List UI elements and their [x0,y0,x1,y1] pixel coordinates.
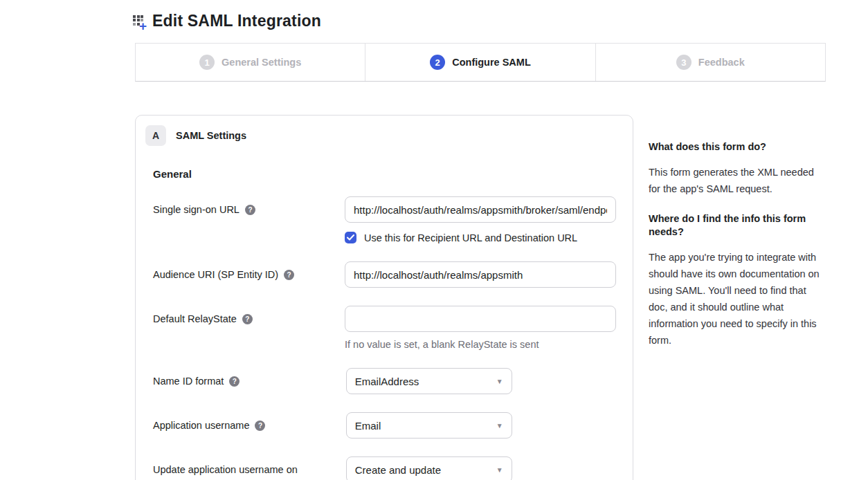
field-label: Single sign-on URL [153,204,239,215]
step-number: 1 [199,55,215,70]
relaystate-hint: If no value is set, a blank RelayState i… [345,339,616,350]
field-label: Application username [153,420,249,431]
field-row-name-id-format: Name ID format ? EmailAddress ▼ [153,368,616,394]
relaystate-input[interactable] [345,306,616,332]
selected-value: Email [355,420,381,432]
section-badge: A [145,125,166,146]
help-icon[interactable]: ? [284,270,294,280]
help-question-2: Where do I find the info this form needs… [649,212,827,239]
field-label: Audience URI (SP Entity ID) [153,269,278,280]
field-label: Name ID format [153,376,224,387]
field-label: Update application username on [153,464,298,475]
main-content: A SAML Settings General Single sign-on U… [135,115,868,480]
checkbox-checked-icon[interactable] [345,232,356,243]
name-id-format-select[interactable]: EmailAddress ▼ [346,368,512,394]
section-title: SAML Settings [176,130,246,141]
group-heading-general: General [153,168,616,180]
audience-uri-input[interactable] [345,261,616,288]
step-configure-saml[interactable]: 2 Configure SAML [365,44,595,81]
help-icon[interactable]: ? [245,205,255,215]
help-icon[interactable]: ? [229,376,239,387]
step-label: Configure SAML [452,57,531,68]
field-row-update-username: Update application username on Create an… [153,456,616,480]
selected-value: Create and update [355,464,441,476]
help-icon[interactable]: ? [242,314,253,324]
step-feedback[interactable]: 3 Feedback [596,44,825,81]
step-label: Feedback [698,57,745,68]
step-label: General Settings [221,57,301,68]
help-answer-2: The app you're trying to integrate with … [649,249,827,349]
wizard-steps: 1 General Settings 2 Configure SAML 3 Fe… [135,43,826,82]
field-row-relaystate: Default RelayState ? If no value is set,… [153,306,616,350]
help-question-1: What does this form do? [649,140,827,154]
step-number: 2 [430,55,445,70]
application-username-select[interactable]: Email ▼ [346,412,512,439]
field-label: Default RelayState [153,313,237,324]
help-sidebar: What does this form do? This form genera… [649,115,827,364]
selected-value: EmailAddress [355,376,419,387]
recipient-url-checkbox-row[interactable]: Use this for Recipient URL and Destinati… [345,232,616,243]
saml-settings-card: A SAML Settings General Single sign-on U… [135,115,633,480]
card-header: A SAML Settings [145,125,616,153]
update-username-select[interactable]: Create and update ▼ [346,456,512,480]
grid-plus-icon: + [133,13,150,30]
chevron-down-icon: ▼ [496,422,503,430]
checkbox-label: Use this for Recipient URL and Destinati… [364,232,577,243]
field-row-application-username: Application username ? Email ▼ [153,412,616,439]
chevron-down-icon: ▼ [496,466,503,474]
help-answer-1: This form generates the XML needed for t… [649,164,827,197]
chevron-down-icon: ▼ [496,378,503,385]
step-number: 3 [676,55,691,70]
help-icon[interactable]: ? [255,421,265,431]
sso-url-input[interactable] [345,196,616,223]
page-header: + Edit SAML Integration [0,0,868,33]
page-title: Edit SAML Integration [152,12,321,30]
field-row-audience: Audience URI (SP Entity ID) ? [153,261,616,288]
field-row-sso: Single sign-on URL ? Use this for Recipi… [153,196,616,243]
step-general-settings[interactable]: 1 General Settings [136,44,365,81]
